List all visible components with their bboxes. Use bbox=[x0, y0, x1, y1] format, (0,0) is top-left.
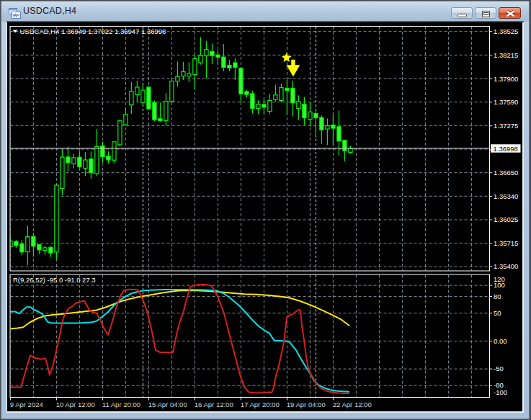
svg-text:1.37275: 1.37275 bbox=[494, 122, 518, 130]
svg-text:-100: -100 bbox=[494, 388, 507, 396]
svg-text:-50: -50 bbox=[494, 365, 504, 372]
svg-text:0.00: 0.00 bbox=[494, 337, 507, 345]
svg-text:19 Apr 04:00: 19 Apr 04:00 bbox=[287, 401, 326, 408]
svg-text:1.37590: 1.37590 bbox=[494, 98, 518, 106]
svg-text:22 Apr 12:00: 22 Apr 12:00 bbox=[333, 401, 372, 408]
svg-text:1.37900: 1.37900 bbox=[494, 75, 518, 83]
svg-text:10 Apr 12:00: 10 Apr 12:00 bbox=[56, 401, 95, 408]
svg-text:1.38215: 1.38215 bbox=[494, 51, 518, 59]
svg-text:1.38525: 1.38525 bbox=[494, 27, 518, 35]
svg-text:1.36998: 1.36998 bbox=[494, 145, 518, 153]
svg-text:17 Apr 20:00: 17 Apr 20:00 bbox=[241, 401, 280, 408]
svg-text:11 Apr 20:00: 11 Apr 20:00 bbox=[102, 401, 140, 408]
svg-text:100: 100 bbox=[494, 281, 505, 289]
svg-text:USDCAD,H4 1.36949 1.37022 1.36: USDCAD,H4 1.36949 1.37022 1.36947 1.3699… bbox=[20, 27, 166, 35]
svg-text:1.35715: 1.35715 bbox=[494, 239, 518, 247]
svg-text:50: 50 bbox=[494, 309, 501, 317]
svg-text:1.36340: 1.36340 bbox=[494, 192, 518, 200]
svg-text:80: 80 bbox=[494, 292, 501, 300]
svg-text:R(9,26,52) -95.0 -91.0 27.3: R(9,26,52) -95.0 -91.0 27.3 bbox=[13, 276, 96, 284]
svg-text:1.35400: 1.35400 bbox=[494, 262, 518, 270]
svg-text:1.36025: 1.36025 bbox=[494, 215, 518, 223]
svg-text:15 Apr 04:00: 15 Apr 04:00 bbox=[148, 401, 187, 408]
svg-text:16 Apr 12:00: 16 Apr 12:00 bbox=[195, 401, 233, 408]
svg-text:1.36650: 1.36650 bbox=[494, 169, 518, 177]
svg-text:9 Apr 2024: 9 Apr 2024 bbox=[10, 401, 43, 408]
